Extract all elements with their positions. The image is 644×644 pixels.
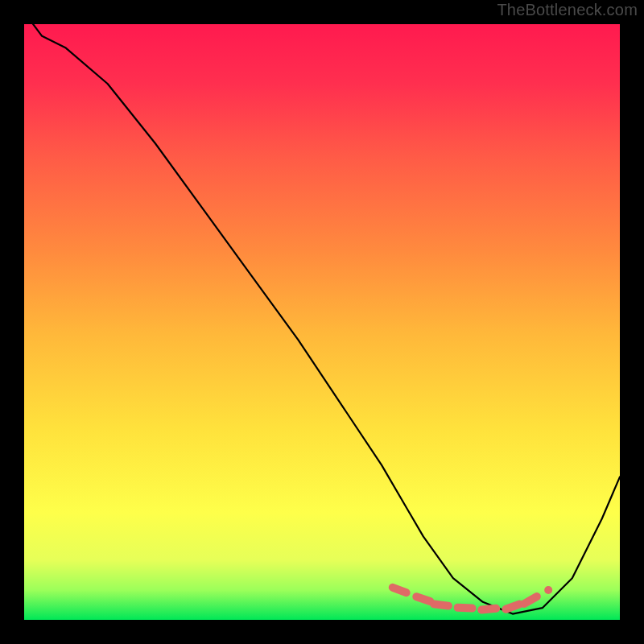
curve-svg	[24, 24, 620, 620]
valley-marker	[458, 608, 473, 609]
bottleneck-curve	[24, 12, 620, 613]
valley-marker	[393, 588, 407, 592]
valley-marker	[524, 597, 537, 604]
valley-marker	[506, 605, 519, 609]
chart-frame: TheBottleneck.com	[0, 0, 644, 644]
watermark-text: TheBottleneck.com	[497, 1, 638, 19]
plot-area	[24, 24, 620, 620]
valley-markers	[393, 588, 548, 610]
valley-marker	[434, 604, 448, 605]
valley-marker	[416, 597, 430, 601]
valley-marker	[481, 609, 496, 610]
